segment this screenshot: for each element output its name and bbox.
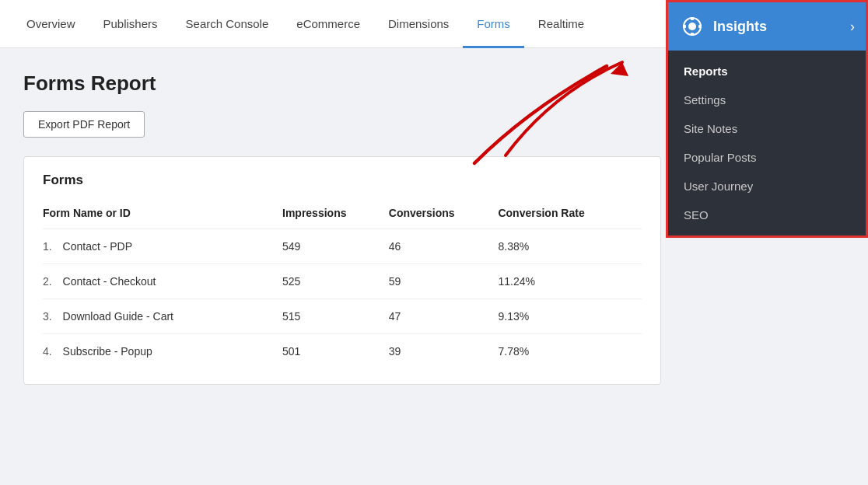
nav-overview[interactable]: Overview	[12, 0, 89, 48]
table-row: 4. Subscribe - Popup 501 39 7.78%	[43, 334, 642, 369]
col-header-impressions: Impressions	[282, 201, 389, 229]
cell-impressions-1: 525	[282, 264, 389, 299]
insights-chevron-icon[interactable]: ›	[850, 19, 855, 35]
col-header-rate: Conversion Rate	[498, 201, 642, 229]
export-pdf-button[interactable]: Export PDF Report	[23, 111, 145, 138]
cell-rate-3: 7.78%	[498, 334, 642, 369]
insights-panel: Insights › Reports Settings Site Notes P…	[666, 0, 868, 238]
svg-point-1	[688, 23, 696, 30]
cell-name-3: 4. Subscribe - Popup	[43, 334, 282, 369]
cell-rate-2: 9.13%	[498, 299, 642, 334]
cell-conversions-1: 59	[389, 264, 499, 299]
cell-rate-1: 11.24%	[498, 264, 642, 299]
col-header-conversions: Conversions	[389, 201, 499, 229]
nav-publishers[interactable]: Publishers	[89, 0, 172, 48]
insights-header[interactable]: Insights ›	[668, 2, 866, 51]
svg-rect-5	[698, 25, 702, 28]
row-number-3: 4.	[43, 345, 52, 358]
cell-name-0: 1. Contact - PDP	[43, 229, 282, 264]
menu-item-reports[interactable]: Reports	[668, 57, 866, 85]
row-form-name-1: Contact - Checkout	[63, 275, 156, 288]
table-header-row: Form Name or ID Impressions Conversions …	[43, 201, 642, 229]
svg-rect-2	[691, 17, 694, 20]
nav-ecommerce[interactable]: eCommerce	[282, 0, 374, 48]
svg-rect-4	[683, 25, 686, 28]
section-title: Forms	[43, 173, 642, 188]
cell-conversions-2: 47	[389, 299, 499, 334]
insights-title: Insights	[713, 19, 842, 35]
row-number-2: 3.	[43, 310, 52, 323]
forms-table-section: Forms Form Name or ID Impressions Conver…	[23, 156, 661, 385]
table-row: 3. Download Guide - Cart 515 47 9.13%	[43, 299, 642, 334]
forms-table: Form Name or ID Impressions Conversions …	[43, 201, 642, 368]
cell-conversions-0: 46	[389, 229, 499, 264]
row-number-0: 1.	[43, 240, 52, 253]
cell-impressions-0: 549	[282, 229, 389, 264]
svg-rect-3	[691, 33, 694, 36]
table-row: 1. Contact - PDP 549 46 8.38%	[43, 229, 642, 264]
menu-item-settings[interactable]: Settings	[668, 85, 866, 114]
insights-menu: Reports Settings Site Notes Popular Post…	[668, 51, 866, 236]
nav-forms[interactable]: Forms	[463, 0, 524, 48]
insights-icon	[679, 13, 705, 40]
cell-impressions-2: 515	[282, 299, 389, 334]
row-form-name-3: Subscribe - Popup	[63, 345, 152, 358]
row-number-1: 2.	[43, 275, 52, 288]
menu-item-user-journey[interactable]: User Journey	[668, 172, 866, 201]
nav-search-console[interactable]: Search Console	[172, 0, 283, 48]
cell-conversions-3: 39	[389, 334, 499, 369]
col-header-name: Form Name or ID	[43, 201, 282, 229]
table-row: 2. Contact - Checkout 525 59 11.24%	[43, 264, 642, 299]
nav-realtime[interactable]: Realtime	[524, 0, 598, 48]
cell-name-2: 3. Download Guide - Cart	[43, 299, 282, 334]
row-form-name-2: Download Guide - Cart	[63, 310, 173, 323]
menu-item-popular-posts[interactable]: Popular Posts	[668, 143, 866, 172]
row-form-name-0: Contact - PDP	[63, 240, 132, 253]
cell-impressions-3: 501	[282, 334, 389, 369]
cell-rate-0: 8.38%	[498, 229, 642, 264]
nav-dimensions[interactable]: Dimensions	[374, 0, 463, 48]
cell-name-1: 2. Contact - Checkout	[43, 264, 282, 299]
menu-item-site-notes[interactable]: Site Notes	[668, 114, 866, 143]
menu-item-seo[interactable]: SEO	[668, 201, 866, 229]
